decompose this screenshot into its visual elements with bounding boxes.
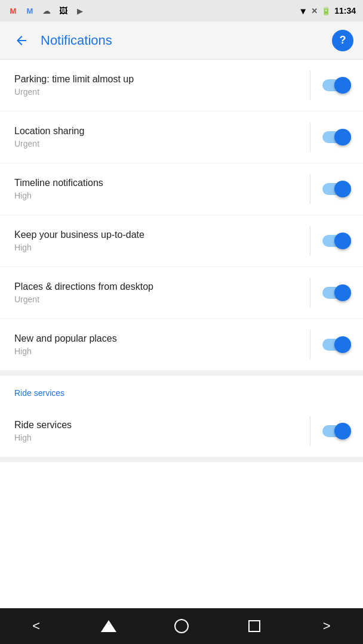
ride-services-label: Ride services [14, 388, 64, 398]
nav-back-button[interactable]: < [21, 611, 51, 641]
page-title: Notifications [33, 33, 332, 48]
vertical-divider-6 [310, 330, 310, 360]
recents-square-icon [248, 620, 260, 632]
toggle-thumb-5 [334, 284, 351, 301]
nav-bar: < > [0, 608, 363, 644]
list-item: Parking: time limit almost up Urgent [0, 60, 363, 112]
toggle-thumb-4 [334, 233, 351, 249]
vertical-divider-5 [310, 278, 310, 308]
bottom-divider [0, 457, 363, 462]
nav-forward-button[interactable]: > [312, 611, 342, 641]
notification-text-1: Parking: time limit almost up Urgent [14, 74, 310, 97]
notification-title-4: Keep your business up-to-date [14, 230, 300, 240]
ride-services-section-header: Ride services [0, 376, 363, 405]
status-bar: M M ☁ 🖼 ▶ ▼ ✕ 🔋 11:34 [0, 0, 363, 21]
toggle-thumb-7 [334, 423, 351, 439]
toggle-1[interactable] [322, 77, 351, 94]
notification-priority-1: Urgent [14, 87, 300, 97]
vertical-divider-7 [310, 416, 310, 446]
notification-title-6: New and popular places [14, 333, 300, 344]
nav-triangle-button[interactable] [94, 611, 124, 641]
list-item: Location sharing Urgent [0, 112, 363, 163]
notification-text-3: Timeline notifications High [14, 178, 310, 200]
notification-title-7: Ride services [14, 420, 300, 431]
toggle-thumb-3 [334, 181, 351, 197]
list-item: Places & directions from desktop Urgent [0, 267, 363, 319]
list-item: Timeline notifications High [0, 163, 363, 215]
back-triangle-icon [101, 620, 116, 632]
nav-home-button[interactable] [167, 611, 196, 641]
notification-priority-4: High [14, 243, 300, 252]
status-bar-right-icons: ▼ ✕ 🔋 11:34 [299, 6, 356, 16]
notification-title-2: Location sharing [14, 126, 300, 137]
vertical-divider-4 [310, 226, 310, 256]
notification-text-2: Location sharing Urgent [14, 126, 310, 148]
help-button[interactable]: ? [332, 30, 353, 51]
section-divider [0, 371, 363, 376]
vertical-divider-2 [310, 122, 310, 152]
notification-priority-5: Urgent [14, 295, 300, 304]
toggle-3[interactable] [322, 181, 351, 197]
back-button[interactable] [10, 29, 33, 52]
notification-priority-6: High [14, 346, 300, 356]
list-item: Keep your business up-to-date High [0, 215, 363, 267]
wifi-icon: ▼ [299, 6, 307, 16]
battery-icon: 🔋 [321, 7, 331, 16]
toggle-5[interactable] [322, 284, 351, 301]
nav-recents-button[interactable] [239, 611, 269, 641]
time-display: 11:34 [334, 6, 356, 16]
toggle-7[interactable] [322, 423, 351, 439]
notification-priority-7: High [14, 433, 300, 442]
notification-text-5: Places & directions from desktop Urgent [14, 281, 310, 304]
notification-priority-2: Urgent [14, 139, 300, 148]
vertical-divider-1 [310, 70, 310, 100]
notification-title-5: Places & directions from desktop [14, 281, 300, 292]
top-bar: Notifications ? [0, 21, 363, 60]
list-item: Ride services High [0, 405, 363, 457]
toggle-thumb-1 [334, 77, 351, 94]
toggle-thumb-6 [334, 336, 351, 353]
vertical-divider-3 [310, 174, 310, 204]
toggle-6[interactable] [322, 336, 351, 353]
gmail-icon-2: M [24, 6, 36, 16]
toggle-2[interactable] [322, 129, 351, 145]
toggle-4[interactable] [322, 233, 351, 249]
toggle-thumb-2 [334, 129, 351, 145]
home-circle-icon [174, 619, 189, 633]
notification-text-6: New and popular places High [14, 333, 310, 356]
notification-title-1: Parking: time limit almost up [14, 74, 300, 85]
notifications-list: Parking: time limit almost up Urgent Loc… [0, 60, 363, 608]
notification-priority-3: High [14, 191, 300, 200]
signal-icon: ✕ [311, 7, 318, 16]
cloud-icon: ☁ [41, 6, 53, 16]
notification-title-3: Timeline notifications [14, 178, 300, 188]
play-icon: ▶ [74, 6, 86, 16]
gmail-icon-1: M [7, 6, 19, 16]
notification-text-7: Ride services High [14, 420, 310, 442]
list-item: New and popular places High [0, 319, 363, 371]
status-bar-left-icons: M M ☁ 🖼 ▶ [7, 6, 86, 16]
image-icon: 🖼 [57, 6, 69, 16]
notification-text-4: Keep your business up-to-date High [14, 230, 310, 252]
